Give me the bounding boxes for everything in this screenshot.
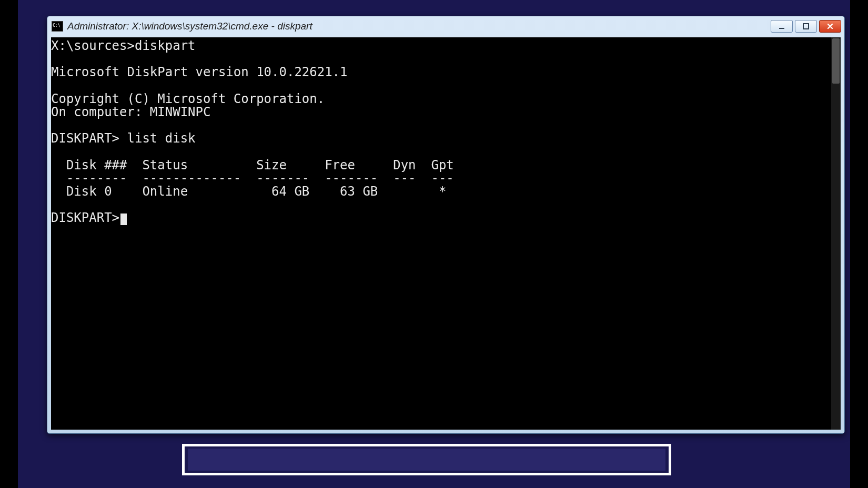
cmd-icon bbox=[52, 21, 63, 32]
vertical-scrollbar[interactable] bbox=[831, 37, 841, 430]
console-line: On computer: MINWINPC bbox=[51, 105, 210, 119]
svg-rect-1 bbox=[803, 24, 809, 29]
console-prompt: DISKPART> bbox=[51, 210, 119, 225]
console-client-area: X:\sources>diskpart Microsoft DiskPart v… bbox=[51, 37, 841, 430]
text-cursor bbox=[120, 214, 127, 225]
console-line: Copyright (C) Microsoft Corporation. bbox=[51, 92, 325, 106]
desktop-background: Administrator: X:\windows\system32\cmd.e… bbox=[18, 0, 850, 488]
disk-table-header: Disk ### Status Size Free Dyn Gpt bbox=[51, 158, 454, 172]
console-line: Microsoft DiskPart version 10.0.22621.1 bbox=[51, 65, 348, 79]
console-line: X:\sources>diskpart bbox=[51, 38, 196, 53]
background-window-inner bbox=[188, 449, 665, 471]
scrollbar-thumb[interactable] bbox=[832, 38, 840, 84]
background-window-fragment bbox=[182, 444, 671, 475]
maximize-button[interactable] bbox=[795, 20, 817, 33]
disk-table-rule: -------- ------------- ------- ------- -… bbox=[51, 171, 454, 186]
console-output[interactable]: X:\sources>diskpart Microsoft DiskPart v… bbox=[51, 37, 831, 430]
svg-rect-0 bbox=[779, 28, 784, 29]
close-button[interactable] bbox=[819, 20, 841, 33]
minimize-button[interactable] bbox=[771, 20, 793, 33]
console-line: DISKPART> list disk bbox=[51, 131, 196, 146]
disk-table-row: Disk 0 Online 64 GB 63 GB * bbox=[51, 184, 446, 199]
cmd-window: Administrator: X:\windows\system32\cmd.e… bbox=[47, 16, 845, 434]
titlebar[interactable]: Administrator: X:\windows\system32\cmd.e… bbox=[47, 16, 844, 36]
window-title: Administrator: X:\windows\system32\cmd.e… bbox=[66, 21, 771, 32]
window-controls bbox=[771, 20, 841, 33]
